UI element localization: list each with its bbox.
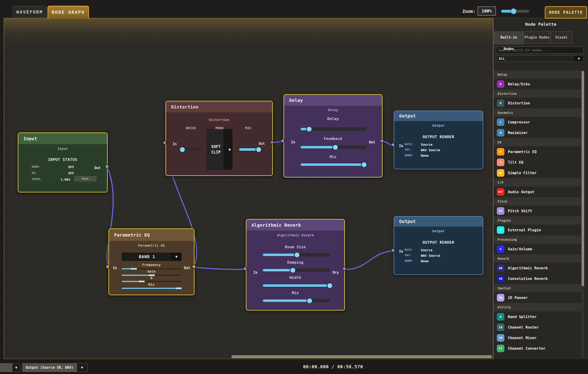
output2-fmt-value: WAV Source — [421, 254, 440, 257]
q-slider[interactable] — [122, 281, 181, 282]
tab-node-graph[interactable]: NODE GRAPH — [48, 6, 89, 19]
port-peq-in[interactable] — [106, 264, 110, 269]
frequency-thumb[interactable] — [131, 268, 137, 270]
palette-item[interactable]: 2D2D Panner — [494, 292, 581, 303]
drive-slider[interactable] — [182, 148, 200, 151]
chevron-down-icon[interactable]: ▼ — [12, 364, 20, 372]
node-delay[interactable]: Delay Delay Delay Feedback Mix In Out — [284, 94, 383, 178]
node-graph-canvas[interactable]: Input Input INPUT STATUS NORM: OFF EQ: O… — [4, 18, 493, 359]
node-parametric-eq[interactable]: Parametric EQ Parametric EQ BAND 1 ▼ Fre… — [108, 228, 195, 295]
palette-item[interactable]: CRChannel Router — [494, 322, 581, 333]
zoom-slider-thumb[interactable] — [511, 8, 516, 14]
mode-dropdown[interactable]: SOFT CLIP ▼ — [207, 129, 232, 170]
zoom-value[interactable]: 100% — [478, 6, 496, 16]
width-thumb[interactable] — [327, 283, 333, 289]
palette-scrollbar-thumb[interactable] — [582, 71, 584, 286]
width-slider[interactable] — [262, 284, 330, 287]
delay-mix-slider[interactable] — [300, 163, 366, 166]
palette-item[interactable]: MMaximizer — [494, 127, 581, 138]
palette-item[interactable]: DDistortion — [494, 98, 581, 108]
port-output1-in[interactable] — [391, 143, 395, 147]
output-format-combo[interactable]: Output (Source SR, WAV) ▼ — [22, 363, 87, 372]
port-peq-out[interactable] — [192, 264, 196, 269]
port-input-out[interactable] — [105, 164, 109, 169]
reverb-mix-slider[interactable] — [262, 299, 330, 302]
node-input-header[interactable]: Input — [18, 133, 107, 145]
gain-thumb[interactable] — [149, 274, 155, 276]
delay-time-slider[interactable] — [300, 128, 366, 131]
palette-item[interactable]: PParametric EQ — [494, 146, 581, 157]
palette-item[interactable]: CCChannel Converter — [494, 343, 581, 354]
palette-item[interactable]: TTilt EQ — [494, 157, 581, 168]
palette-list: DelayDDelay/EchoDistortionDDistortionDyn… — [494, 70, 581, 359]
port-reverb-dry[interactable] — [342, 267, 346, 271]
canvas-horizontal-scrollbar[interactable] — [231, 355, 492, 358]
node-output2-header[interactable]: Output — [394, 217, 483, 227]
pass-button[interactable]: PASS — [74, 176, 96, 181]
port-delay-out[interactable] — [380, 139, 384, 143]
palette-item-badge-icon: CR — [497, 275, 504, 283]
chevron-down-icon[interactable]: ▼ — [574, 56, 583, 61]
input-status-heading: INPUT STATUS — [18, 157, 107, 162]
drive-slider-thumb[interactable] — [179, 146, 186, 152]
palette-item[interactable]: ARAlgorithmic Reverb — [494, 263, 581, 273]
frequency-slider[interactable] — [122, 268, 181, 269]
feedback-thumb[interactable] — [332, 144, 338, 150]
mix-slider[interactable] — [239, 148, 260, 151]
mode-dropdown-arrow-area[interactable] — [223, 129, 232, 170]
palette-tab-visual[interactable]: Visual — [551, 31, 572, 43]
node-palette-button[interactable]: NODE PALETTE — [545, 6, 587, 19]
node-output1-header[interactable]: Output — [394, 111, 483, 121]
node-output-1[interactable]: Output Output OUTPUT RENDER RATE: Source… — [394, 111, 483, 169]
node-distortion[interactable]: Distortion Distortion DRIVE MODE MIX SOF… — [165, 101, 273, 176]
palette-item[interactable]: GGain/Volume — [494, 244, 581, 254]
chevron-down-icon[interactable]: ▼ — [172, 253, 181, 261]
mix-slider-thumb[interactable] — [256, 146, 262, 152]
band-select-dropdown[interactable]: BAND 1 ▼ — [122, 253, 181, 261]
port-output2-in[interactable] — [391, 248, 395, 253]
mode-combo[interactable]: ▼ — [0, 363, 21, 372]
damping-slider[interactable] — [262, 269, 330, 272]
node-output1-subtitle: Output — [394, 124, 483, 127]
chevron-down-icon[interactable]: ▼ — [77, 364, 87, 372]
node-algorithmic-reverb[interactable]: Algorithmic Reverb Algorithmic Reverb Ro… — [246, 219, 345, 311]
damping-thumb[interactable] — [290, 267, 296, 273]
feedback-slider[interactable] — [300, 146, 366, 149]
port-delay-in[interactable] — [281, 139, 285, 143]
palette-item[interactable]: SFSimple Filter — [494, 168, 581, 178]
palette-item[interactable]: PSPitch Shift — [494, 206, 581, 216]
port-distortion-out[interactable] — [270, 140, 274, 144]
port-distortion-in[interactable] — [163, 141, 167, 145]
peq-mix-thumb[interactable] — [176, 287, 182, 289]
tab-waveform[interactable]: WAVEFORM — [13, 6, 47, 18]
palette-tab-plugin-nodes[interactable]: Plugin Nodes — [524, 31, 550, 43]
palette-item[interactable]: CRConvolution Reverb — [494, 273, 581, 284]
palette-item-badge-icon: CM — [497, 334, 504, 342]
delay-mix-thumb[interactable] — [361, 162, 367, 168]
palette-item[interactable]: CCompressor — [494, 117, 581, 127]
node-output-2[interactable]: Output Output OUTPUT RENDER RATE: Source… — [394, 216, 483, 275]
peq-mix-slider[interactable] — [122, 288, 181, 289]
node-input[interactable]: Input Input INPUT STATUS NORM: OFF EQ: O… — [18, 132, 108, 192]
zoom-slider[interactable] — [501, 10, 529, 13]
palette-tab-built-in-nodes[interactable]: Built-in Nodes — [494, 31, 524, 44]
palette-filter-dropdown[interactable]: ALL ▼ — [496, 56, 584, 62]
q-thumb[interactable] — [138, 281, 145, 282]
room-size-thumb[interactable] — [294, 252, 300, 258]
node-reverb-header[interactable]: Algorithmic Reverb — [246, 220, 344, 231]
node-peq-header[interactable]: Parametric EQ — [109, 229, 194, 241]
delay-time-thumb[interactable] — [306, 126, 312, 132]
palette-item[interactable]: CMChannel Mixer — [494, 333, 581, 343]
palette-item[interactable]: PExternal Plugin — [494, 225, 581, 235]
port-reverb-in[interactable] — [243, 267, 247, 271]
node-distortion-header[interactable]: Distortion — [166, 101, 272, 113]
palette-item[interactable]: BBand Splitter — [494, 311, 581, 322]
palette-item[interactable]: OUTAudio Output — [494, 187, 581, 197]
gain-slider[interactable] — [122, 275, 181, 276]
palette-section-header: EQ — [494, 138, 581, 146]
node-output2-subtitle: Output — [394, 229, 483, 233]
palette-item[interactable]: DDelay/Echo — [494, 79, 581, 89]
reverb-mix-thumb[interactable] — [307, 298, 313, 304]
room-size-slider[interactable] — [262, 253, 330, 256]
node-delay-header[interactable]: Delay — [284, 95, 382, 106]
